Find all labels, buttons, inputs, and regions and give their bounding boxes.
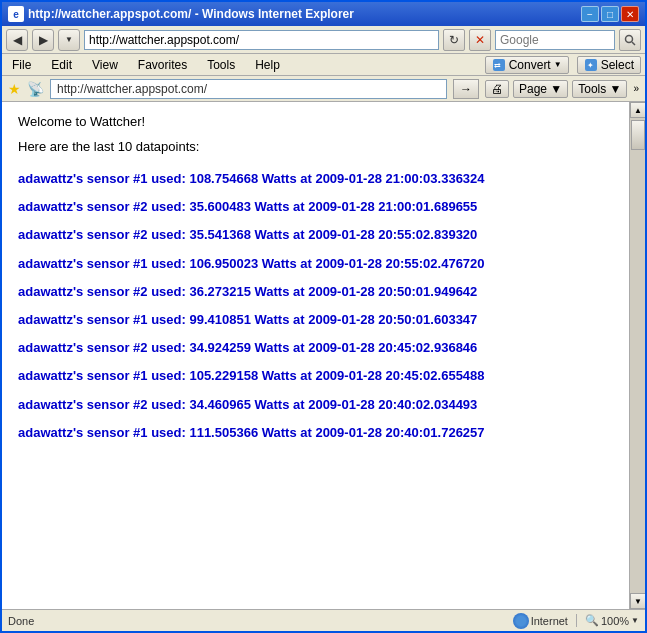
window-title: http://wattcher.appspot.com/ - Windows I…	[28, 7, 354, 21]
select-label: Select	[601, 58, 634, 72]
status-text: Done	[8, 615, 34, 627]
zoom-level: 100%	[601, 615, 629, 627]
minimize-button[interactable]: −	[581, 6, 599, 22]
title-bar-left: e http://wattcher.appspot.com/ - Windows…	[8, 6, 354, 22]
datapoint-1: adawattz's sensor #1 used: 108.754668 Wa…	[18, 170, 613, 188]
content-area: Welcome to Wattcher! Here are the last 1…	[2, 102, 629, 609]
nav-bar: ◀ ▶ ▼ ↻ ✕	[2, 26, 645, 54]
nav-dropdown[interactable]: ▼	[58, 29, 80, 51]
datapoint-2: adawattz's sensor #2 used: 35.600483 Wat…	[18, 198, 613, 216]
stop-button[interactable]: ✕	[469, 29, 491, 51]
favorites-go-button[interactable]: →	[453, 79, 479, 99]
status-right: Internet 🔍 100% ▼	[513, 613, 639, 629]
datapoint-6: adawattz's sensor #1 used: 99.410851 Wat…	[18, 311, 613, 329]
globe-icon	[513, 613, 529, 629]
datapoint-7: adawattz's sensor #2 used: 34.924259 Wat…	[18, 339, 613, 357]
tools-button[interactable]: Tools ▼	[572, 80, 627, 98]
subtitle-text: Here are the last 10 datapoints:	[18, 139, 613, 154]
convert-label: Convert	[509, 58, 551, 72]
svg-text:⇄: ⇄	[494, 61, 501, 70]
menu-edit[interactable]: Edit	[45, 57, 78, 73]
zoom-icon: 🔍	[585, 614, 599, 627]
page-button[interactable]: Page ▼	[513, 80, 568, 98]
scroll-up-button[interactable]: ▲	[630, 102, 645, 118]
zone-label: Internet	[531, 615, 568, 627]
browser-icon: e	[8, 6, 24, 22]
datapoint-5: adawattz's sensor #2 used: 36.273215 Wat…	[18, 283, 613, 301]
datapoint-9: adawattz's sensor #2 used: 34.460965 Wat…	[18, 396, 613, 414]
status-bar: Done Internet 🔍 100% ▼	[2, 609, 645, 631]
search-button[interactable]	[619, 29, 641, 51]
convert-button[interactable]: ⇄ Convert ▼	[485, 56, 569, 74]
menu-view[interactable]: View	[86, 57, 124, 73]
title-bar-buttons: − □ ✕	[581, 6, 639, 22]
datapoint-8: adawattz's sensor #1 used: 105.229158 Wa…	[18, 367, 613, 385]
svg-line-1	[632, 42, 635, 45]
select-icon: ✦	[584, 58, 598, 72]
rss-icon[interactable]: 📡	[27, 81, 44, 97]
menu-tools[interactable]: Tools	[201, 57, 241, 73]
forward-button[interactable]: ▶	[32, 29, 54, 51]
favorites-star-icon[interactable]: ★	[8, 81, 21, 97]
menu-bar: File Edit View Favorites Tools Help ⇄ Co…	[2, 54, 645, 76]
svg-point-0	[626, 35, 633, 42]
menu-file[interactable]: File	[6, 57, 37, 73]
address-input[interactable]	[84, 30, 439, 50]
svg-text:✦: ✦	[587, 61, 594, 70]
favorites-address-input[interactable]	[50, 79, 447, 99]
content-wrapper: Welcome to Wattcher! Here are the last 1…	[2, 102, 645, 609]
close-button[interactable]: ✕	[621, 6, 639, 22]
print-button[interactable]: 🖨	[485, 80, 509, 98]
refresh-button[interactable]: ↻	[443, 29, 465, 51]
page-tools: 🖨 Page ▼ Tools ▼	[485, 80, 627, 98]
zoom-section: 🔍 100% ▼	[576, 614, 639, 627]
menu-favorites[interactable]: Favorites	[132, 57, 193, 73]
menu-help[interactable]: Help	[249, 57, 286, 73]
maximize-button[interactable]: □	[601, 6, 619, 22]
back-button[interactable]: ◀	[6, 29, 28, 51]
zoom-dropdown-arrow[interactable]: ▼	[631, 616, 639, 625]
datapoint-3: adawattz's sensor #2 used: 35.541368 Wat…	[18, 226, 613, 244]
favorites-bar: ★ 📡 → 🖨 Page ▼ Tools ▼ »	[2, 76, 645, 102]
convert-icon: ⇄	[492, 58, 506, 72]
scroll-track[interactable]	[630, 118, 645, 593]
browser-window: e http://wattcher.appspot.com/ - Windows…	[0, 0, 647, 633]
datapoint-10: adawattz's sensor #1 used: 111.505366 Wa…	[18, 424, 613, 442]
vertical-scrollbar[interactable]: ▲ ▼	[629, 102, 645, 609]
search-icon	[624, 34, 636, 46]
search-input[interactable]	[495, 30, 615, 50]
select-button[interactable]: ✦ Select	[577, 56, 641, 74]
toolbar-expand-button[interactable]: »	[633, 83, 639, 94]
title-bar: e http://wattcher.appspot.com/ - Windows…	[2, 2, 645, 26]
security-zone: Internet	[513, 613, 568, 629]
convert-dropdown-arrow: ▼	[554, 60, 562, 69]
welcome-heading: Welcome to Wattcher!	[18, 114, 613, 129]
scroll-down-button[interactable]: ▼	[630, 593, 645, 609]
scroll-thumb[interactable]	[631, 120, 645, 150]
datapoint-4: adawattz's sensor #1 used: 106.950023 Wa…	[18, 255, 613, 273]
